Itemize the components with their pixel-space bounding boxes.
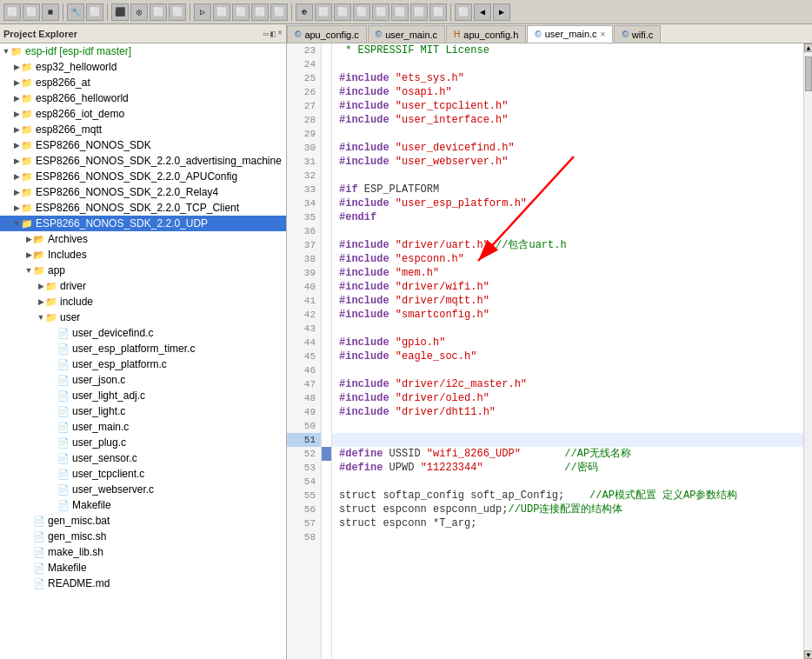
expand-arrow[interactable]: ▶	[37, 297, 45, 306]
tree-item-driver[interactable]: ▶ 📁 driver	[0, 278, 286, 294]
expand-arrow[interactable]: ▶	[12, 110, 21, 118]
toolbar-icon-21[interactable]: ⬜	[410, 3, 428, 21]
tree-item-user-light[interactable]: 📄 user_light.c	[0, 403, 286, 419]
toolbar-icon-23[interactable]: ⬜	[455, 3, 472, 21]
tab-wifi-c[interactable]: © wifi.c	[614, 25, 661, 43]
toolbar-icon-4[interactable]: 🔧	[67, 3, 84, 21]
tree-item-nonos[interactable]: ▶ 📁 ESP8266_NONOS_SDK	[0, 137, 286, 153]
scroll-up-btn[interactable]: ▲	[804, 43, 812, 52]
expand-arrow[interactable]: ▼	[24, 266, 33, 275]
tab-apu-config-h[interactable]: H apu_config.h	[446, 25, 526, 43]
panel-minimize-btn[interactable]: ▭	[263, 29, 269, 39]
tree-item-esp8266hw[interactable]: ▶ 📁 esp8266_helloworld	[0, 90, 286, 106]
tree-item-esp8266iot[interactable]: ▶ 📁 esp8266_iot_demo	[0, 106, 286, 122]
toolbar-icon-13[interactable]: ⬜	[251, 3, 269, 21]
tree-item-includes[interactable]: ▶ 📂 Includes	[0, 247, 286, 263]
tree-item-label: gen_misc.sh	[48, 530, 106, 543]
expand-arrow[interactable]: ▶	[12, 172, 21, 181]
toolbar-icon-10[interactable]: ▷	[194, 3, 211, 21]
expand-arrow[interactable]: ▶	[12, 78, 21, 87]
tree-item-nonos-udp[interactable]: ▼ 📁 ESP8266_NONOS_SDK_2.2.0_UDP	[0, 216, 286, 231]
expand-arrow[interactable]: ▶	[12, 63, 21, 71]
tree-item-esp32[interactable]: ▶ 📁 esp32_helloworld	[0, 59, 286, 75]
tab-label: user_main.c	[385, 30, 437, 40]
tree-item-user-plug[interactable]: 📄 user_plug.c	[0, 435, 286, 450]
toolbar-icon-16[interactable]: ⬜	[315, 3, 332, 21]
tree-item-readme[interactable]: 📄 README.md	[0, 576, 286, 591]
toolbar-icon-15[interactable]: ⊕	[296, 3, 313, 21]
tree-item-user-json[interactable]: 📄 user_json.c	[0, 372, 286, 388]
tree-item-user-sensor[interactable]: 📄 user_sensor.c	[0, 450, 286, 466]
expand-arrow[interactable]: ▶	[12, 203, 21, 212]
tree-item-user-folder[interactable]: ▼ 📁 user	[0, 310, 286, 325]
expand-arrow[interactable]: ▼	[2, 47, 10, 56]
tree-item-esp8266at[interactable]: ▶ 📁 esp8266_at	[0, 75, 286, 90]
tree-item-include-folder[interactable]: ▶ 📁 include	[0, 294, 286, 310]
vertical-scrollbar[interactable]: ▲ ▼	[803, 43, 812, 659]
toolbar-icon-24[interactable]: ◀	[474, 3, 491, 21]
tree-item-gen-misc-sh[interactable]: 📄 gen_misc.sh	[0, 529, 286, 544]
tree-item-user-esp-platform[interactable]: 📄 user_esp_platform.c	[0, 356, 286, 372]
toolbar-icon-19[interactable]: ⬜	[372, 3, 389, 21]
toolbar-icon-3[interactable]: ▦	[42, 3, 59, 21]
expand-arrow[interactable]: ▶	[24, 235, 33, 243]
toolbar-icon-6[interactable]: ⬛	[111, 3, 129, 21]
expand-arrow[interactable]: ▶	[12, 156, 21, 165]
marker-empty	[322, 127, 331, 141]
toolbar-icon-18[interactable]: ⬜	[353, 3, 370, 21]
toolbar-icon-25[interactable]: ▶	[493, 3, 510, 21]
scroll-thumb[interactable]	[805, 57, 812, 91]
toolbar-icon-22[interactable]: ⬜	[429, 3, 447, 21]
tree-item-nonos-adv[interactable]: ▶ 📁 ESP8266_NONOS_SDK_2.2.0_advertising_…	[0, 153, 286, 169]
tree-item-gen-misc-bat[interactable]: 📄 gen_misc.bat	[0, 513, 286, 529]
tab-user-main-c1[interactable]: © user_main.c	[368, 25, 445, 43]
tree-item-nonos-tcp[interactable]: ▶ 📁 ESP8266_NONOS_SDK_2.2.0_TCP_Client	[0, 200, 286, 216]
toolbar-icon-12[interactable]: ⬜	[232, 3, 250, 21]
toolbar-icon-17[interactable]: ⬜	[334, 3, 351, 21]
tab-close-btn[interactable]: ×	[601, 30, 606, 39]
toolbar-icon-14[interactable]: ⬜	[270, 3, 288, 21]
panel-close-btn[interactable]: ×	[277, 29, 283, 39]
line-num-39: 39	[287, 266, 321, 280]
toolbar-icon-5[interactable]: ⬜	[86, 3, 103, 21]
tab-apu-config-c[interactable]: © apu_config.c	[287, 25, 367, 43]
expand-arrow[interactable]: ▼	[37, 313, 45, 322]
tree-item-user-tcpclient[interactable]: 📄 user_tcpclient.c	[0, 466, 286, 482]
tree-item-user-main[interactable]: 📄 user_main.c	[0, 419, 286, 435]
toolbar-icon-20[interactable]: ⬜	[391, 3, 409, 21]
expand-arrow[interactable]: ▶	[12, 94, 21, 103]
tree-item-archives[interactable]: ▶ 📂 Archives	[0, 231, 286, 247]
toolbar-icon-7[interactable]: ◎	[130, 3, 148, 21]
scroll-down-btn[interactable]: ▼	[804, 650, 812, 659]
toolbar-icon-8[interactable]: ⬜	[150, 3, 167, 21]
tree-item-user-esp-timer[interactable]: 📄 user_esp_platform_timer.c	[0, 341, 286, 356]
toolbar-icon-11[interactable]: ⬜	[213, 3, 230, 21]
tree-item-esp-idf[interactable]: ▼ 📁 esp-idf [esp-idf master]	[0, 43, 286, 59]
toolbar-icon-9[interactable]: ⬜	[169, 3, 186, 21]
tree-item-user-light-adj[interactable]: 📄 user_light_adj.c	[0, 388, 286, 403]
tree-item-label: ESP8266_NONOS_SDK_2.2.0_UDP	[36, 217, 208, 230]
expand-arrow[interactable]: ▶	[12, 141, 21, 150]
tree-item-makefile-app[interactable]: 📄 Makefile	[0, 497, 286, 513]
tree-item-user-webserver[interactable]: 📄 user_webserver.c	[0, 482, 286, 497]
tab-user-main-c2[interactable]: © user_main.c ×	[527, 25, 613, 43]
marker-empty	[322, 141, 331, 155]
code-line-44: #include "gpio.h"	[332, 336, 803, 349]
tree-item-esp8266mqtt[interactable]: ▶ 📁 esp8266_mqtt	[0, 122, 286, 137]
expand-arrow[interactable]: ▶	[24, 250, 33, 259]
toolbar-icon-2[interactable]: ⬜	[23, 3, 40, 21]
tree-item-nonos-relay[interactable]: ▶ 📁 ESP8266_NONOS_SDK_2.2.0_Relay4	[0, 184, 286, 200]
expand-arrow[interactable]: ▶	[37, 282, 45, 290]
code-content[interactable]: * ESPRESSIF MIT License #include "ets_sy…	[332, 43, 803, 659]
tree-item-make-lib[interactable]: 📄 make_lib.sh	[0, 544, 286, 560]
tree-item-user-devicefind[interactable]: 📄 user_devicefind.c	[0, 325, 286, 341]
expand-arrow[interactable]: ▶	[12, 125, 21, 134]
tree-item-nonos-apu[interactable]: ▶ 📁 ESP8266_NONOS_SDK_2.2.0_APUConfig	[0, 169, 286, 184]
expand-arrow[interactable]: ▼	[12, 219, 21, 228]
expand-arrow[interactable]: ▶	[12, 188, 21, 196]
tree-item-label: user_light.c	[72, 405, 125, 417]
panel-maximize-btn[interactable]: ◧	[270, 29, 276, 39]
tree-item-makefile-root[interactable]: 📄 Makefile	[0, 560, 286, 576]
toolbar-icon-1[interactable]: ⬜	[3, 3, 21, 21]
tree-item-app[interactable]: ▼ 📁 app	[0, 263, 286, 278]
